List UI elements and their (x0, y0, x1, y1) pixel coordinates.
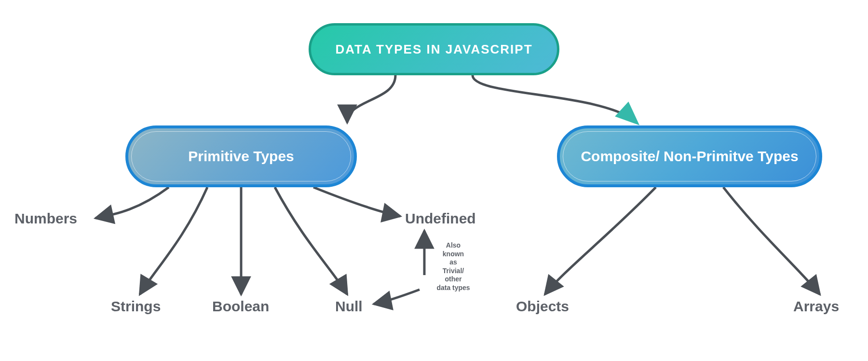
edge-primitive-to-null (275, 187, 347, 294)
note-line-1: Also (427, 241, 480, 250)
note-line-3: as (427, 258, 480, 267)
edge-root-to-composite (473, 75, 637, 123)
leaf-null: Null (335, 298, 363, 315)
diagram-canvas: DATA TYPES IN JAVASCRIPT Primitive Types… (0, 0, 868, 361)
primitive-node: Primitive Types (125, 125, 357, 187)
edge-composite-to-objects (545, 187, 656, 294)
leaf-arrays: Arrays (793, 298, 839, 315)
edge-root-to-primitive (347, 75, 395, 123)
root-title: DATA TYPES IN JAVASCRIPT (335, 42, 532, 57)
note-line-4: Trivial/ (427, 267, 480, 276)
leaf-objects: Objects (516, 298, 569, 315)
edge-note-to-null (374, 290, 420, 304)
edge-primitive-to-numbers (95, 187, 169, 218)
leaf-boolean: Boolean (212, 298, 269, 315)
composite-label: Composite/ Non-Primitve Types (581, 148, 798, 165)
leaf-strings: Strings (111, 298, 161, 315)
note-line-5: other (427, 275, 480, 284)
leaf-numbers: Numbers (14, 210, 77, 227)
note-line-2: known (427, 250, 480, 259)
leaf-undefined: Undefined (405, 210, 476, 227)
edge-primitive-to-undefined (313, 187, 400, 216)
primitive-label: Primitive Types (188, 148, 294, 165)
edge-composite-to-arrays (723, 187, 820, 294)
trivial-note: Also known as Trivial/ other data types (427, 241, 480, 292)
root-node: DATA TYPES IN JAVASCRIPT (309, 23, 559, 75)
note-line-6: data types (427, 284, 480, 292)
edge-primitive-to-strings (140, 187, 207, 294)
composite-node: Composite/ Non-Primitve Types (557, 125, 822, 187)
